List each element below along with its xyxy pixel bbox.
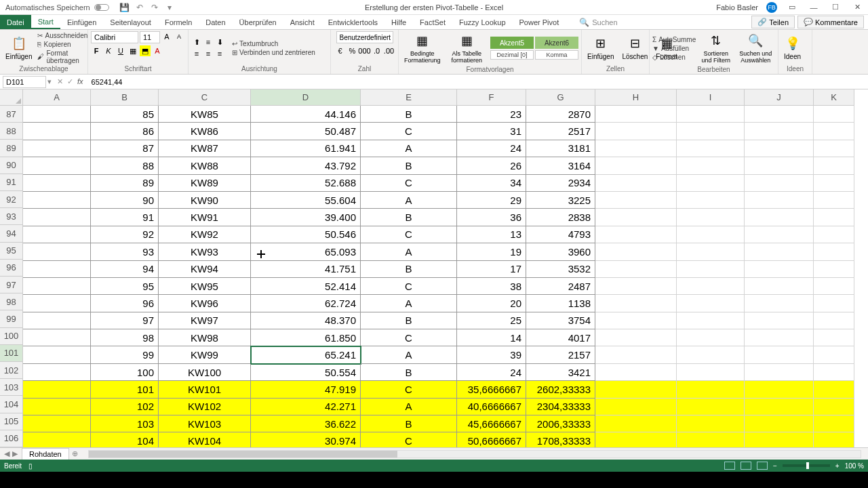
cell-H91[interactable]: [595, 175, 677, 192]
cell-E102[interactable]: B: [361, 364, 457, 381]
cell-H106[interactable]: [595, 432, 677, 447]
cell-C98[interactable]: KW96: [159, 295, 251, 312]
zoom-slider[interactable]: [783, 464, 830, 467]
cell-G91[interactable]: 2934: [526, 175, 595, 192]
autosum-button[interactable]: Σ AutoSumme: [652, 36, 696, 43]
undo-icon[interactable]: ↶: [135, 3, 144, 12]
cell-I88[interactable]: [677, 123, 745, 140]
cell-D101[interactable]: 65.241: [251, 346, 361, 363]
cell-A95[interactable]: [23, 243, 91, 260]
cell-A88[interactable]: [23, 123, 91, 140]
cell-B105[interactable]: 103: [91, 415, 159, 432]
cell-B92[interactable]: 90: [91, 192, 159, 209]
cell-G100[interactable]: 4017: [526, 329, 595, 346]
cell-B97[interactable]: 95: [91, 278, 159, 295]
cell-E89[interactable]: A: [361, 140, 457, 157]
cell-G106[interactable]: 1708,33333: [526, 432, 595, 447]
cell-I104[interactable]: [677, 399, 745, 415]
page-layout-view-icon[interactable]: [741, 462, 751, 470]
cell-J97[interactable]: [745, 278, 814, 295]
col-header-F[interactable]: F: [457, 89, 526, 106]
sheet-next-icon[interactable]: ▶: [12, 449, 18, 458]
cell-B89[interactable]: 87: [91, 140, 159, 157]
cell-H87[interactable]: [595, 106, 677, 123]
cell-F101[interactable]: 39: [457, 346, 526, 363]
row-header-103[interactable]: 103: [0, 379, 23, 396]
cell-H95[interactable]: [595, 243, 677, 260]
cell-F106[interactable]: 50,6666667: [457, 432, 526, 447]
cell-G104[interactable]: 2304,33333: [526, 399, 595, 415]
add-sheet-button[interactable]: ⊕: [69, 449, 81, 458]
cell-K99[interactable]: [814, 312, 854, 329]
row-header-91[interactable]: 91: [0, 174, 23, 191]
cell-B100[interactable]: 98: [91, 329, 159, 346]
cell-E101[interactable]: A: [361, 346, 457, 363]
cell-G99[interactable]: 3754: [526, 312, 595, 329]
cell-B103[interactable]: 101: [91, 381, 159, 398]
cell-E95[interactable]: A: [361, 243, 457, 260]
tab-überprüfen[interactable]: Überprüfen: [233, 15, 283, 29]
cell-H104[interactable]: [595, 399, 677, 415]
cell-J87[interactable]: [745, 106, 814, 123]
cell-H102[interactable]: [595, 364, 677, 381]
cell-B102[interactable]: 100: [91, 364, 159, 381]
cell-F94[interactable]: 13: [457, 226, 526, 243]
cell-E87[interactable]: B: [361, 106, 457, 123]
cell-B98[interactable]: 96: [91, 295, 159, 312]
cell-J104[interactable]: [745, 399, 814, 415]
cell-C96[interactable]: KW94: [159, 261, 251, 278]
cell-A94[interactable]: [23, 226, 91, 243]
cell-J105[interactable]: [745, 415, 814, 432]
cell-K94[interactable]: [814, 226, 854, 243]
cell-C87[interactable]: KW85: [159, 106, 251, 123]
cell-A97[interactable]: [23, 278, 91, 295]
cell-K91[interactable]: [814, 175, 854, 192]
cell-J99[interactable]: [745, 312, 814, 329]
font-size-select[interactable]: 11: [140, 31, 160, 43]
cell-B101[interactable]: 99: [91, 346, 159, 363]
cell-E91[interactable]: C: [361, 175, 457, 192]
cell-I103[interactable]: [677, 381, 745, 398]
cell-E97[interactable]: C: [361, 278, 457, 295]
fx-icon[interactable]: fx: [77, 77, 83, 86]
cell-E105[interactable]: B: [361, 415, 457, 432]
cell-E94[interactable]: C: [361, 226, 457, 243]
col-header-C[interactable]: C: [159, 89, 251, 106]
cell-K104[interactable]: [814, 399, 854, 415]
merge-center-button[interactable]: ⊞ Verbinden und zentrieren: [232, 49, 315, 56]
row-header-94[interactable]: 94: [0, 225, 23, 242]
col-header-G[interactable]: G: [526, 89, 595, 106]
cell-B106[interactable]: 104: [91, 432, 159, 447]
formula-input[interactable]: 65241,44: [89, 76, 868, 88]
col-header-I[interactable]: I: [677, 89, 745, 106]
decrease-font-icon[interactable]: A: [174, 31, 184, 42]
cell-I89[interactable]: [677, 140, 745, 157]
cell-D88[interactable]: 50.487: [251, 123, 361, 140]
row-header-89[interactable]: 89: [0, 140, 23, 157]
percent-icon[interactable]: %: [347, 45, 358, 56]
cell-J96[interactable]: [745, 261, 814, 278]
cell-G101[interactable]: 2157: [526, 346, 595, 363]
cell-I90[interactable]: [677, 157, 745, 174]
cell-C90[interactable]: KW88: [159, 157, 251, 174]
cell-B95[interactable]: 93: [91, 243, 159, 260]
cell-F90[interactable]: 26: [457, 157, 526, 174]
cell-G89[interactable]: 3181: [526, 140, 595, 157]
format-painter-button[interactable]: 🖌 Format übertragen: [37, 49, 87, 64]
row-header-104[interactable]: 104: [0, 396, 23, 413]
cell-G98[interactable]: 1138: [526, 295, 595, 312]
increase-decimal-icon[interactable]: .0: [372, 45, 382, 56]
cell-A87[interactable]: [23, 106, 91, 123]
cell-I91[interactable]: [677, 175, 745, 192]
cancel-formula-icon[interactable]: ✕: [57, 77, 63, 86]
cell-A99[interactable]: [23, 312, 91, 329]
normal-view-icon[interactable]: [724, 462, 735, 470]
cell-A93[interactable]: [23, 209, 91, 226]
name-box[interactable]: D101: [3, 76, 46, 88]
cell-B94[interactable]: 92: [91, 226, 159, 243]
cell-J102[interactable]: [745, 364, 814, 381]
align-middle-icon[interactable]: ≡: [203, 37, 214, 47]
delete-cells-button[interactable]: ⊟Löschen: [619, 34, 650, 62]
wrap-text-button[interactable]: ↩ Textumbruch: [232, 40, 315, 47]
cell-J98[interactable]: [745, 295, 814, 312]
